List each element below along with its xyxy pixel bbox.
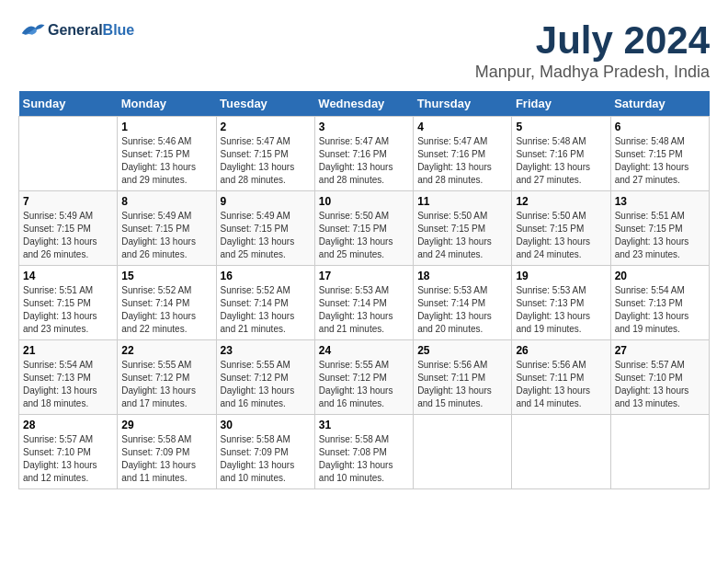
calendar-cell: 5Sunrise: 5:48 AMSunset: 7:16 PMDaylight… bbox=[512, 117, 610, 191]
calendar-cell bbox=[414, 415, 512, 489]
day-number: 13 bbox=[615, 195, 705, 208]
calendar-cell: 9Sunrise: 5:49 AMSunset: 7:15 PMDaylight… bbox=[216, 191, 314, 266]
day-info: Sunrise: 5:49 AMSunset: 7:15 PMDaylight:… bbox=[121, 210, 211, 261]
title-section: July 2024 Manpur, Madhya Pradesh, India bbox=[475, 18, 710, 82]
calendar-week-row: 28Sunrise: 5:57 AMSunset: 7:10 PMDayligh… bbox=[19, 415, 710, 489]
calendar-week-row: 14Sunrise: 5:51 AMSunset: 7:15 PMDayligh… bbox=[19, 266, 710, 340]
day-info: Sunrise: 5:55 AMSunset: 7:12 PMDaylight:… bbox=[221, 359, 311, 410]
day-info: Sunrise: 5:51 AMSunset: 7:15 PMDaylight:… bbox=[615, 210, 705, 261]
day-number: 12 bbox=[516, 195, 606, 208]
day-number: 25 bbox=[417, 344, 507, 357]
calendar-cell: 30Sunrise: 5:58 AMSunset: 7:09 PMDayligh… bbox=[216, 415, 314, 489]
day-info: Sunrise: 5:50 AMSunset: 7:15 PMDaylight:… bbox=[319, 210, 409, 261]
day-info: Sunrise: 5:48 AMSunset: 7:15 PMDaylight:… bbox=[615, 135, 705, 187]
calendar-cell: 16Sunrise: 5:52 AMSunset: 7:14 PMDayligh… bbox=[216, 266, 314, 340]
day-of-week-header: Thursday bbox=[414, 91, 512, 117]
day-info: Sunrise: 5:53 AMSunset: 7:14 PMDaylight:… bbox=[319, 284, 409, 336]
day-number: 30 bbox=[221, 419, 311, 431]
day-info: Sunrise: 5:54 AMSunset: 7:13 PMDaylight:… bbox=[23, 359, 113, 410]
month-title: July 2024 bbox=[475, 18, 710, 63]
day-number: 19 bbox=[516, 270, 606, 282]
day-number: 18 bbox=[417, 270, 507, 282]
day-number: 14 bbox=[23, 270, 113, 282]
day-info: Sunrise: 5:56 AMSunset: 7:11 PMDaylight:… bbox=[516, 359, 606, 410]
day-number: 27 bbox=[615, 344, 705, 357]
day-info: Sunrise: 5:53 AMSunset: 7:13 PMDaylight:… bbox=[516, 284, 606, 336]
calendar-cell: 11Sunrise: 5:50 AMSunset: 7:15 PMDayligh… bbox=[414, 191, 512, 266]
day-number: 31 bbox=[319, 419, 409, 431]
calendar-cell: 12Sunrise: 5:50 AMSunset: 7:15 PMDayligh… bbox=[512, 191, 610, 266]
calendar-cell: 31Sunrise: 5:58 AMSunset: 7:08 PMDayligh… bbox=[314, 415, 413, 489]
calendar-table: SundayMondayTuesdayWednesdayThursdayFrid… bbox=[18, 91, 710, 489]
days-header-row: SundayMondayTuesdayWednesdayThursdayFrid… bbox=[19, 91, 710, 117]
day-number: 23 bbox=[221, 344, 311, 357]
calendar-cell: 22Sunrise: 5:55 AMSunset: 7:12 PMDayligh… bbox=[118, 340, 216, 415]
day-info: Sunrise: 5:55 AMSunset: 7:12 PMDaylight:… bbox=[121, 359, 211, 410]
day-info: Sunrise: 5:47 AMSunset: 7:16 PMDaylight:… bbox=[319, 135, 409, 187]
calendar-cell: 3Sunrise: 5:47 AMSunset: 7:16 PMDaylight… bbox=[314, 117, 413, 191]
day-number: 29 bbox=[121, 419, 211, 431]
calendar-cell: 2Sunrise: 5:47 AMSunset: 7:15 PMDaylight… bbox=[216, 117, 314, 191]
day-number: 8 bbox=[121, 195, 211, 208]
day-number: 6 bbox=[615, 121, 705, 133]
calendar-cell: 8Sunrise: 5:49 AMSunset: 7:15 PMDaylight… bbox=[118, 191, 216, 266]
calendar-cell: 17Sunrise: 5:53 AMSunset: 7:14 PMDayligh… bbox=[314, 266, 413, 340]
calendar-cell: 10Sunrise: 5:50 AMSunset: 7:15 PMDayligh… bbox=[314, 191, 413, 266]
calendar-cell bbox=[512, 415, 610, 489]
calendar-cell: 18Sunrise: 5:53 AMSunset: 7:14 PMDayligh… bbox=[414, 266, 512, 340]
day-info: Sunrise: 5:47 AMSunset: 7:15 PMDaylight:… bbox=[221, 135, 311, 187]
day-info: Sunrise: 5:50 AMSunset: 7:15 PMDaylight:… bbox=[417, 210, 507, 261]
day-info: Sunrise: 5:49 AMSunset: 7:15 PMDaylight:… bbox=[23, 210, 113, 261]
calendar-cell: 7Sunrise: 5:49 AMSunset: 7:15 PMDaylight… bbox=[19, 191, 118, 266]
calendar-week-row: 1Sunrise: 5:46 AMSunset: 7:15 PMDaylight… bbox=[19, 117, 710, 191]
calendar-cell: 14Sunrise: 5:51 AMSunset: 7:15 PMDayligh… bbox=[19, 266, 118, 340]
day-info: Sunrise: 5:48 AMSunset: 7:16 PMDaylight:… bbox=[516, 135, 606, 187]
day-number: 26 bbox=[516, 344, 606, 357]
day-info: Sunrise: 5:57 AMSunset: 7:10 PMDaylight:… bbox=[23, 433, 113, 485]
day-info: Sunrise: 5:46 AMSunset: 7:15 PMDaylight:… bbox=[121, 135, 211, 187]
day-info: Sunrise: 5:49 AMSunset: 7:15 PMDaylight:… bbox=[221, 210, 311, 261]
calendar-cell: 23Sunrise: 5:55 AMSunset: 7:12 PMDayligh… bbox=[216, 340, 314, 415]
day-info: Sunrise: 5:47 AMSunset: 7:16 PMDaylight:… bbox=[417, 135, 507, 187]
day-number: 10 bbox=[319, 195, 409, 208]
day-number: 1 bbox=[121, 121, 211, 133]
day-info: Sunrise: 5:51 AMSunset: 7:15 PMDaylight:… bbox=[23, 284, 113, 336]
day-info: Sunrise: 5:53 AMSunset: 7:14 PMDaylight:… bbox=[417, 284, 507, 336]
day-info: Sunrise: 5:58 AMSunset: 7:08 PMDaylight:… bbox=[319, 433, 409, 485]
calendar-week-row: 7Sunrise: 5:49 AMSunset: 7:15 PMDaylight… bbox=[19, 191, 710, 266]
day-number: 20 bbox=[615, 270, 705, 282]
calendar-cell: 20Sunrise: 5:54 AMSunset: 7:13 PMDayligh… bbox=[610, 266, 709, 340]
calendar-cell: 4Sunrise: 5:47 AMSunset: 7:16 PMDaylight… bbox=[414, 117, 512, 191]
day-info: Sunrise: 5:56 AMSunset: 7:11 PMDaylight:… bbox=[417, 359, 507, 410]
day-info: Sunrise: 5:52 AMSunset: 7:14 PMDaylight:… bbox=[121, 284, 211, 336]
calendar-cell bbox=[19, 117, 118, 191]
calendar-cell: 25Sunrise: 5:56 AMSunset: 7:11 PMDayligh… bbox=[414, 340, 512, 415]
calendar-cell: 15Sunrise: 5:52 AMSunset: 7:14 PMDayligh… bbox=[118, 266, 216, 340]
day-number: 28 bbox=[23, 419, 113, 431]
day-number: 11 bbox=[417, 195, 507, 208]
day-number: 17 bbox=[319, 270, 409, 282]
day-info: Sunrise: 5:58 AMSunset: 7:09 PMDaylight:… bbox=[121, 433, 211, 485]
calendar-cell: 29Sunrise: 5:58 AMSunset: 7:09 PMDayligh… bbox=[118, 415, 216, 489]
calendar-cell: 13Sunrise: 5:51 AMSunset: 7:15 PMDayligh… bbox=[610, 191, 709, 266]
day-info: Sunrise: 5:55 AMSunset: 7:12 PMDaylight:… bbox=[319, 359, 409, 410]
day-info: Sunrise: 5:50 AMSunset: 7:15 PMDaylight:… bbox=[516, 210, 606, 261]
calendar-cell: 28Sunrise: 5:57 AMSunset: 7:10 PMDayligh… bbox=[19, 415, 118, 489]
calendar-cell bbox=[610, 415, 709, 489]
day-of-week-header: Tuesday bbox=[216, 91, 314, 117]
day-number: 15 bbox=[121, 270, 211, 282]
calendar-cell: 21Sunrise: 5:54 AMSunset: 7:13 PMDayligh… bbox=[19, 340, 118, 415]
logo-icon bbox=[18, 18, 46, 41]
calendar-week-row: 21Sunrise: 5:54 AMSunset: 7:13 PMDayligh… bbox=[19, 340, 710, 415]
day-number: 2 bbox=[221, 121, 311, 133]
calendar-cell: 27Sunrise: 5:57 AMSunset: 7:10 PMDayligh… bbox=[610, 340, 709, 415]
calendar-cell: 19Sunrise: 5:53 AMSunset: 7:13 PMDayligh… bbox=[512, 266, 610, 340]
day-of-week-header: Friday bbox=[512, 91, 610, 117]
day-info: Sunrise: 5:57 AMSunset: 7:10 PMDaylight:… bbox=[615, 359, 705, 410]
logo: GeneralBlue bbox=[18, 18, 134, 41]
day-number: 3 bbox=[319, 121, 409, 133]
logo-general: General bbox=[48, 22, 103, 38]
day-info: Sunrise: 5:52 AMSunset: 7:14 PMDaylight:… bbox=[221, 284, 311, 336]
day-of-week-header: Wednesday bbox=[314, 91, 413, 117]
day-number: 5 bbox=[516, 121, 606, 133]
